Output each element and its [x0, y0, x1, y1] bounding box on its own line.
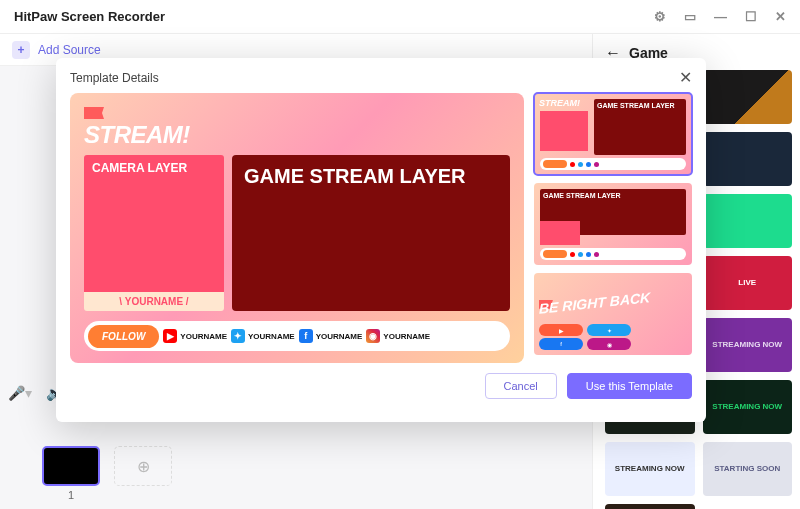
- variant-2[interactable]: GAME STREAM LAYER: [534, 183, 692, 265]
- variant-1[interactable]: STREAM! GAME STREAM LAYER: [534, 93, 692, 175]
- twitter-icon: ✦: [231, 329, 245, 343]
- template-details-modal: Template Details ✕ STREAM! CAMERA LAYER …: [56, 58, 706, 422]
- cancel-button[interactable]: Cancel: [485, 373, 557, 399]
- facebook-handle: fYOURNAME: [299, 329, 363, 343]
- variant-3-label: BE RIGHT BACK: [539, 287, 687, 316]
- twitter-handle: ✦YOURNAME: [231, 329, 295, 343]
- youtube-icon: ▶: [163, 329, 177, 343]
- brb-yt-pill: ▶: [539, 324, 583, 336]
- variant-3-brb[interactable]: BE RIGHT BACK ▶ ✦ f ◉: [534, 273, 692, 355]
- close-icon[interactable]: ✕: [679, 68, 692, 87]
- modal-title: Template Details: [70, 71, 159, 85]
- game-layer-box: GAME STREAM LAYER: [232, 155, 510, 311]
- camera-layer-box: CAMERA LAYER \ YOURNAME /: [84, 155, 224, 311]
- stream-label: STREAM!: [84, 121, 510, 149]
- follow-button[interactable]: FOLLOW: [88, 325, 159, 348]
- facebook-icon: f: [299, 329, 313, 343]
- brb-tw-pill: ✦: [587, 324, 631, 336]
- instagram-icon: ◉: [366, 329, 380, 343]
- youtube-handle: ▶YOURNAME: [163, 329, 227, 343]
- camera-layer-label: CAMERA LAYER: [84, 155, 224, 195]
- brb-fb-pill: f: [539, 338, 583, 350]
- instagram-handle: ◉YOURNAME: [366, 329, 430, 343]
- flag-icon: [84, 107, 104, 119]
- yourname-label: \ YOURNAME /: [84, 292, 224, 311]
- use-template-button[interactable]: Use this Template: [567, 373, 692, 399]
- social-bar: FOLLOW ▶YOURNAME ✦YOURNAME fYOURNAME ◉YO…: [84, 321, 510, 351]
- modal-overlay: Template Details ✕ STREAM! CAMERA LAYER …: [0, 0, 800, 509]
- variants-column: STREAM! GAME STREAM LAYER GAME STREAM LA…: [534, 93, 692, 363]
- variant-1-label: GAME STREAM LAYER: [594, 99, 686, 155]
- brb-ig-pill: ◉: [587, 338, 631, 350]
- template-preview: STREAM! CAMERA LAYER \ YOURNAME / GAME S…: [70, 93, 524, 363]
